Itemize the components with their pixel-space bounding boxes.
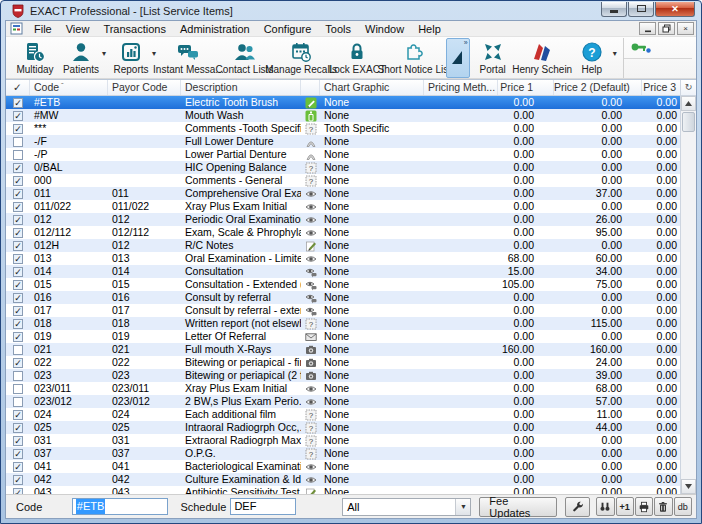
- checkbox-checked[interactable]: ✓: [13, 241, 23, 251]
- table-row[interactable]: ✓011011Comprehensive Oral Exa...None0.00…: [6, 187, 680, 200]
- view-details-button[interactable]: [596, 497, 614, 516]
- row-checkbox-cell[interactable]: [6, 148, 30, 161]
- checkbox-checked[interactable]: ✓: [13, 332, 23, 342]
- checkbox-checked[interactable]: ✓: [13, 306, 23, 316]
- row-checkbox-cell[interactable]: ✓: [6, 486, 30, 494]
- checkbox-checked[interactable]: ✓: [13, 254, 23, 264]
- row-checkbox-cell[interactable]: ✓: [6, 200, 30, 213]
- close-button[interactable]: ✕: [655, 2, 695, 17]
- column-header-price2[interactable]: Price 2 (Default): [554, 80, 642, 95]
- child-restore-button[interactable]: [658, 22, 675, 35]
- column-header-description[interactable]: Description: [181, 80, 301, 95]
- checkbox-checked[interactable]: ✓: [13, 163, 23, 173]
- table-row[interactable]: 023/012023/0122 BW,s Plus Exam Perio...N…: [6, 395, 680, 408]
- checkbox-unchecked[interactable]: [13, 371, 23, 381]
- row-checkbox-cell[interactable]: [6, 382, 30, 395]
- row-checkbox-cell[interactable]: ✓: [6, 161, 30, 174]
- child-window-icon[interactable]: [10, 22, 23, 35]
- row-checkbox-cell[interactable]: ✓: [6, 187, 30, 200]
- table-row[interactable]: ✓012/112012/112Exam, Scale & Phrophylaxi…: [6, 226, 680, 239]
- row-checkbox-cell[interactable]: ✓: [6, 330, 30, 343]
- table-row[interactable]: 021021Full mouth X-RaysNone160.00160.000…: [6, 343, 680, 356]
- maximize-button[interactable]: [628, 2, 654, 17]
- checkbox-checked[interactable]: ✓: [13, 410, 23, 420]
- row-checkbox-cell[interactable]: [6, 395, 30, 408]
- print-button[interactable]: [635, 497, 653, 516]
- table-row[interactable]: ✓015015Consultation - Extended (...None1…: [6, 278, 680, 291]
- setup-button[interactable]: [565, 497, 590, 517]
- checkbox-checked[interactable]: ✓: [13, 423, 23, 433]
- checkbox-checked[interactable]: ✓: [13, 475, 23, 485]
- checkbox-checked[interactable]: ✓: [13, 228, 23, 238]
- scroll-down-button[interactable]: [681, 479, 696, 494]
- portal-button[interactable]: Portal: [470, 38, 516, 78]
- schedule-input[interactable]: DEF: [230, 498, 296, 515]
- table-row[interactable]: ✓042042Culture Examination & Ide...None0…: [6, 473, 680, 486]
- checkbox-checked[interactable]: ✓: [13, 215, 23, 225]
- table-row[interactable]: ✓025025Intraoral Radiogrph Occ,...?None0…: [6, 421, 680, 434]
- manage-recalls-button[interactable]: Manage Recalls: [270, 38, 332, 78]
- help-button[interactable]: ? Help: [569, 38, 615, 78]
- vertical-scrollbar[interactable]: ↻: [680, 80, 696, 494]
- row-checkbox-cell[interactable]: ✓: [6, 408, 30, 421]
- row-checkbox-cell[interactable]: [6, 343, 30, 356]
- login-key-cell[interactable]: [624, 38, 692, 59]
- table-row[interactable]: ✓019019Letter Of ReferralNone0.000.000.0…: [6, 330, 680, 343]
- menu-administration[interactable]: Administration: [173, 22, 257, 36]
- child-close-button[interactable]: ×: [677, 22, 694, 35]
- row-checkbox-cell[interactable]: ✓: [6, 252, 30, 265]
- table-row[interactable]: 023/011023/011Xray Plus Exam InitialNone…: [6, 382, 680, 395]
- table-row[interactable]: ✓022022Bitewing or periapical - fir...No…: [6, 356, 680, 369]
- menu-transactions[interactable]: Transactions: [96, 22, 173, 36]
- table-row[interactable]: ✓#MWMouth WashNone0.000.000.00: [6, 109, 680, 122]
- table-row[interactable]: ✓031031Extraoral Radiogrph Max,...?None0…: [6, 434, 680, 447]
- table-row[interactable]: ✓018018Written report (not elsewh...?Non…: [6, 317, 680, 330]
- checkbox-unchecked[interactable]: [13, 137, 23, 147]
- table-row[interactable]: ✓014014ConsultationNone15.0034.000.00: [6, 265, 680, 278]
- checkbox-checked[interactable]: ✓: [13, 436, 23, 446]
- checkbox-unchecked[interactable]: [13, 345, 23, 355]
- row-checkbox-cell[interactable]: ✓: [6, 434, 30, 447]
- grid-corner-button[interactable]: ↻: [681, 80, 696, 96]
- table-row[interactable]: ✓012H012R/C NotesNone0.000.000.00: [6, 239, 680, 252]
- help-dropdown-icon[interactable]: ▾: [613, 49, 617, 58]
- table-row[interactable]: ✓041041Bacteriological ExaminationNone0.…: [6, 460, 680, 473]
- row-checkbox-cell[interactable]: ✓: [6, 226, 30, 239]
- toolbar-overflow-button[interactable]: »: [446, 38, 470, 78]
- minimize-button[interactable]: [601, 2, 627, 17]
- scrollbar-track[interactable]: [681, 133, 696, 479]
- table-row[interactable]: ✓000Comments - General?None0.000.000.00: [6, 174, 680, 187]
- lock-exact-button[interactable]: Lock EXACT: [332, 38, 383, 78]
- contact-lists-button[interactable]: Contact Lists: [219, 38, 271, 78]
- short-notice-list-button[interactable]: Short Notice List: [383, 38, 446, 78]
- table-row[interactable]: ✓#ETBElectric Tooth BrushNone0.000.000.0…: [6, 96, 680, 109]
- instant-messaging-button[interactable]: Instant Messa...: [158, 38, 219, 78]
- database-button[interactable]: db: [674, 497, 692, 516]
- row-checkbox-cell[interactable]: ✓: [6, 317, 30, 330]
- table-row[interactable]: ✓037037O.P.G.?None0.000.000.00: [6, 447, 680, 460]
- row-checkbox-cell[interactable]: ✓: [6, 356, 30, 369]
- row-checkbox-cell[interactable]: ✓: [6, 421, 30, 434]
- delete-button[interactable]: [654, 497, 672, 516]
- row-checkbox-cell[interactable]: ✓: [6, 122, 30, 135]
- filter-dropdown-icon[interactable]: ▼: [455, 499, 470, 515]
- row-checkbox-cell[interactable]: ✓: [6, 473, 30, 486]
- scroll-up-button[interactable]: [681, 96, 696, 111]
- add-one-button[interactable]: +1: [616, 497, 634, 516]
- checkbox-checked[interactable]: ✓: [13, 202, 23, 212]
- table-row[interactable]: 023023Bitewing or periapical (2 fi...Non…: [6, 369, 680, 382]
- filter-select[interactable]: All ▼: [342, 498, 471, 516]
- column-header-payor-code[interactable]: Payor Code: [108, 80, 181, 95]
- menu-configure[interactable]: Configure: [257, 22, 319, 36]
- table-row[interactable]: -/FFull Lower DentureNone0.000.000.00: [6, 135, 680, 148]
- menu-tools[interactable]: Tools: [318, 22, 358, 36]
- column-header-icon[interactable]: [301, 80, 320, 95]
- table-row[interactable]: ✓024024Each additional film?None0.0011.0…: [6, 408, 680, 421]
- checkbox-checked[interactable]: ✓: [13, 111, 23, 121]
- row-checkbox-cell[interactable]: ✓: [6, 291, 30, 304]
- row-checkbox-cell[interactable]: ✓: [6, 174, 30, 187]
- checkbox-checked[interactable]: ✓: [13, 267, 23, 277]
- checkbox-checked[interactable]: ✓: [13, 176, 23, 186]
- table-row[interactable]: ✓017017Consult by referral - exten...Non…: [6, 304, 680, 317]
- checkbox-unchecked[interactable]: [13, 384, 23, 394]
